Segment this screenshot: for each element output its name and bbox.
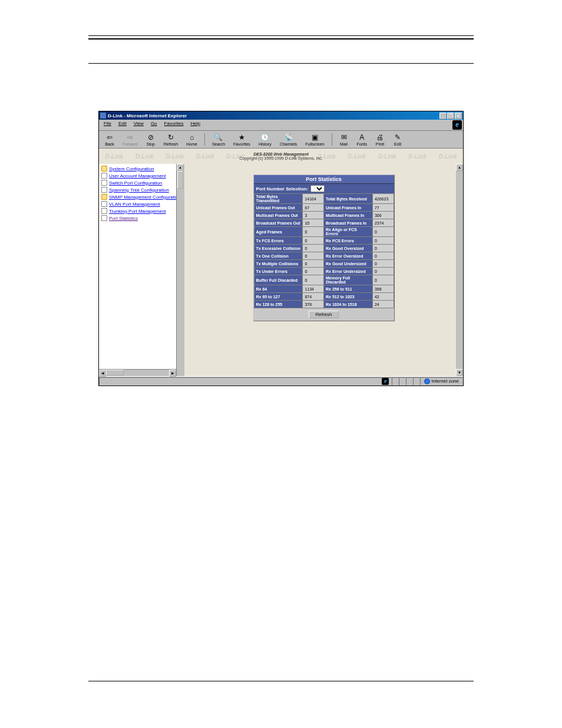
stats-row: Aged Frames0Rx Align or FCS Errors0 xyxy=(254,227,394,237)
status-main: e xyxy=(99,377,392,386)
browser-window: D-Link - Microsoft Internet Explorer _ ❐… xyxy=(98,111,464,386)
port-number-select[interactable]: 1 xyxy=(310,185,325,192)
stat-label: Rx FCS Errors xyxy=(323,237,372,245)
stat-value: 0 xyxy=(372,237,394,245)
scroll-thumb[interactable] xyxy=(177,171,183,189)
sidebar-item-switch-port[interactable]: Switch Port Configuration xyxy=(100,179,182,186)
stat-label: Rx Good Undersized xyxy=(323,260,372,268)
stat-value: 24 xyxy=(372,301,394,308)
sidebar-item-spanning-tree[interactable]: Spanning Tree Configuration xyxy=(100,186,182,193)
mail-button[interactable]: ✉Mail xyxy=(336,132,352,147)
main-panel: Port Statistics Port Number Selection: 1… xyxy=(184,164,463,376)
back-button[interactable]: ⇦Back xyxy=(101,132,118,147)
history-icon: 🕓 xyxy=(260,133,270,142)
stats-row: Tx One Collision0Rx Error Oversized0 xyxy=(254,252,394,260)
sidebar-item-system-config[interactable]: System Configuration xyxy=(100,165,182,172)
menu-help[interactable]: Help xyxy=(187,120,203,130)
home-button[interactable]: ⌂Home xyxy=(183,132,201,147)
menubar: File Edit View Go Favorites Help e xyxy=(99,120,463,131)
stat-value: 2374 xyxy=(372,219,394,227)
search-button[interactable]: 🔍Search xyxy=(209,132,229,147)
scroll-thumb[interactable] xyxy=(106,370,124,375)
stat-label: Multicast Frames In xyxy=(323,212,372,219)
refresh-button[interactable]: ↻Refresh xyxy=(160,132,182,147)
fullscreen-button[interactable]: ▣Fullscreen xyxy=(302,132,328,147)
scroll-right-button[interactable]: ▶ xyxy=(169,370,176,377)
stats-row: Multicast Frames Out3Multicast Frames In… xyxy=(254,212,394,219)
stats-row: Rx 65 to 127874Rx 512 to 102342 xyxy=(254,293,394,301)
stat-label: Rx 64 xyxy=(254,285,303,293)
forward-icon: ⇨ xyxy=(125,133,135,142)
stats-refresh-button[interactable]: Refresh xyxy=(309,311,338,318)
stat-value: 0 xyxy=(372,227,394,237)
menu-edit[interactable]: Edit xyxy=(115,120,130,130)
stat-label: Multicast Frames Out xyxy=(254,212,303,219)
stat-label: Tx Excessive Collision xyxy=(254,245,303,252)
stat-label: Rx 1024 to 1518 xyxy=(323,301,372,308)
sidebar-scrollbar-v[interactable]: ▲ xyxy=(176,164,183,376)
stop-button[interactable]: ⊘Stop xyxy=(143,132,159,147)
stat-value: 3 xyxy=(303,212,324,219)
back-icon: ⇦ xyxy=(105,133,114,142)
stat-value: 0 xyxy=(303,275,324,285)
maximize-button[interactable]: ❐ xyxy=(447,113,454,119)
history-button[interactable]: 🕓History xyxy=(255,132,275,147)
stat-label: Tx FCS Errors xyxy=(254,237,303,245)
fonts-button[interactable]: AFonts xyxy=(353,132,371,147)
menu-file[interactable]: File xyxy=(100,120,115,130)
sidebar-item-vlan[interactable]: VLAN Port Management xyxy=(100,200,182,207)
stat-value: 398 xyxy=(372,285,394,293)
scroll-down-button[interactable]: ▼ xyxy=(456,369,463,376)
channels-icon: 📡 xyxy=(283,133,293,142)
sidebar-item-port-statistics[interactable]: Port Statistics xyxy=(100,215,182,222)
stat-value: 1134 xyxy=(303,285,324,293)
ie-logo-icon: e xyxy=(452,120,462,130)
statusbar: e Internet zone xyxy=(99,376,463,386)
stat-value: 77 xyxy=(372,204,394,212)
stat-label: Total Bytes Received xyxy=(323,194,372,204)
banner-title: DES-5200 Web Management xyxy=(239,152,323,156)
scroll-left-button[interactable]: ◀ xyxy=(99,370,106,377)
sidebar-item-user-account[interactable]: User Account Management xyxy=(100,172,182,179)
stat-label: Tx One Collision xyxy=(254,252,303,260)
stat-value: 67 xyxy=(303,204,324,212)
stop-icon: ⊘ xyxy=(146,133,156,142)
page-icon xyxy=(101,180,107,186)
edit-icon: ✎ xyxy=(393,133,402,142)
forward-button[interactable]: ⇨Forward xyxy=(119,132,141,147)
fullscreen-icon: ▣ xyxy=(310,133,319,142)
stat-value: 0 xyxy=(303,245,324,252)
close-button[interactable]: ✕ xyxy=(455,113,462,119)
channels-button[interactable]: 📡Channels xyxy=(276,132,301,147)
refresh-icon: ↻ xyxy=(166,133,176,142)
stats-row: Rx 641134Rx 256 to 511398 xyxy=(254,285,394,293)
favorites-button[interactable]: ★Favorites xyxy=(230,132,254,147)
stats-row: Total Bytes Transmitted14164Total Bytes … xyxy=(254,194,394,204)
scroll-up-button[interactable]: ▲ xyxy=(177,164,184,171)
scroll-up-button[interactable]: ▲ xyxy=(456,164,463,171)
sidebar-item-trunking[interactable]: Trunking Port Management xyxy=(100,207,182,215)
stat-label: Rx Good Oversized xyxy=(323,245,372,252)
stat-value: 0 xyxy=(303,268,324,275)
page-icon xyxy=(101,215,107,221)
sidebar-scrollbar-h[interactable]: ◀ ▶ xyxy=(99,369,176,376)
sidebar-item-snmp[interactable]: SNMP Management Configuration xyxy=(100,193,182,200)
menu-view[interactable]: View xyxy=(130,120,147,130)
menu-favorites[interactable]: Favorites xyxy=(161,120,187,130)
zone-label: Internet zone xyxy=(431,378,459,384)
edit-button[interactable]: ✎Edit xyxy=(389,132,406,147)
minimize-button[interactable]: _ xyxy=(439,113,447,119)
stat-label: Unicast Frames In xyxy=(323,204,372,212)
stat-value: 14164 xyxy=(303,194,324,204)
titlebar-text: D-Link - Microsoft Internet Explorer xyxy=(108,113,439,118)
banner-copyright: Copyright (c) 1995-1999 D-Link Systems, … xyxy=(239,156,323,160)
stats-row: Rx 128 to 255378Rx 1024 to 151824 xyxy=(254,301,394,308)
status-cell xyxy=(406,377,413,386)
print-button[interactable]: 🖨Print xyxy=(372,132,388,147)
fonts-icon: A xyxy=(357,133,366,142)
menu-go[interactable]: Go xyxy=(147,120,161,130)
port-select-label: Port Number Selection: xyxy=(256,186,309,192)
stat-label: Rx Error Undersized xyxy=(323,268,372,275)
stat-label: Tx Multiple Collisions xyxy=(254,260,303,268)
main-scrollbar-v[interactable]: ▲ ▼ xyxy=(456,164,463,376)
